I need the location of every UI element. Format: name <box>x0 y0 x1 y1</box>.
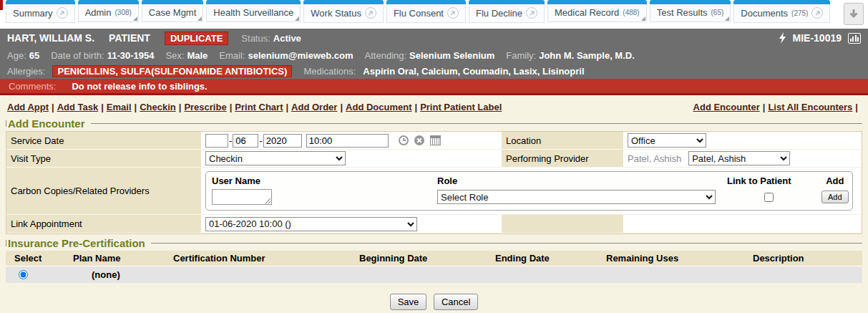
col-plan-name: Plan Name <box>69 251 169 266</box>
popup-arrow-icon[interactable] <box>365 7 376 19</box>
link-print-patient-label[interactable]: Print Patient Label <box>420 102 502 112</box>
col-ending-date: Ending Date <box>491 251 602 266</box>
add-encounter-legend: Add Encounter <box>6 117 862 130</box>
clear-circle-icon[interactable] <box>414 135 424 145</box>
link-add-document[interactable]: Add Document <box>346 102 411 112</box>
add-header: Add <box>816 173 854 188</box>
cancel-button[interactable]: Cancel <box>434 294 478 310</box>
patient-header-bar: HART, WILLIAM S. PATIENT DUPLICATE Statu… <box>0 29 868 47</box>
link-print-chart[interactable]: Print Chart <box>235 102 283 112</box>
tab-health-surveillance[interactable]: Health Surveillance <box>206 0 301 22</box>
link-add-encounter[interactable]: Add Encounter <box>693 102 760 112</box>
dropdown-fold-icon <box>133 16 137 21</box>
quick-links-row: Add Appt|Add Task|Email|Checkin|Prescrib… <box>6 99 862 117</box>
performing-provider-readonly: Patel, Ashish <box>628 153 681 164</box>
status-value: Active <box>273 33 301 44</box>
empty-value-cell <box>623 215 862 233</box>
carbon-copies-panel: User Name Role Link to Patient Add Selec… <box>205 171 853 211</box>
clock-icon[interactable] <box>399 135 409 145</box>
visit-type-select[interactable]: Checkin <box>205 151 346 165</box>
popup-arrow-icon[interactable] <box>526 7 537 19</box>
medications-value: Aspirin Oral, Calcium, Coumadin, Lasix, … <box>363 66 584 77</box>
tab-medical-record[interactable]: Medical Record (488) <box>547 0 647 22</box>
tab-bar: Summary Admin (308) Case Mgmt Health Sur… <box>0 0 868 29</box>
precert-select-radio[interactable] <box>19 270 28 279</box>
role-header: Role <box>431 173 721 188</box>
sex-value: Male <box>187 50 208 61</box>
link-to-patient-checkbox[interactable] <box>764 193 774 202</box>
demographics-bar: Age:65 Date of birth:11-30-1954 Sex:Male… <box>0 47 868 63</box>
dropdown-fold-icon <box>641 16 645 21</box>
status-label: Status: <box>241 33 270 44</box>
user-name-input[interactable] <box>212 189 272 205</box>
service-date-day-input[interactable] <box>233 134 258 148</box>
dob-value: 11-30-1954 <box>107 50 155 61</box>
tab-admin[interactable]: Admin (308) <box>78 0 139 22</box>
popup-arrow-icon[interactable] <box>811 7 823 19</box>
popup-arrow-icon[interactable] <box>447 7 459 19</box>
link-appointment-label: Link Appointment <box>6 215 201 233</box>
visit-type-cell: Checkin <box>201 150 502 168</box>
link-add-order[interactable]: Add Order <box>291 102 337 112</box>
tab-case-mgmt[interactable]: Case Mgmt <box>142 0 203 22</box>
performing-provider-label: Performing Provider <box>502 150 623 168</box>
col-select: Select <box>6 251 69 266</box>
save-button[interactable]: Save <box>390 294 427 310</box>
comments-value: Do not release info to siblings. <box>72 81 207 92</box>
location-cell: Office <box>623 132 862 150</box>
service-date-month-input[interactable] <box>205 134 228 148</box>
link-to-patient-header: Link to Patient <box>721 173 816 188</box>
insurance-table: Select Plan Name Certification Number Be… <box>6 251 862 283</box>
location-select[interactable]: Office <box>628 133 706 148</box>
service-date-year-input[interactable] <box>263 134 302 148</box>
patient-type-label: PATIENT <box>109 32 150 44</box>
lightning-bolt-icon[interactable] <box>779 32 786 44</box>
tab-work-status[interactable]: Work Status <box>303 0 384 23</box>
dropdown-fold-icon <box>198 16 202 21</box>
duplicate-badge: DUPLICATE <box>165 32 228 45</box>
form-buttons: Save Cancel <box>6 294 862 310</box>
dropdown-fold-icon <box>295 16 299 21</box>
link-checkin[interactable]: Checkin <box>140 102 176 112</box>
plan-name-cell: (none) <box>69 266 169 283</box>
calendar-icon[interactable] <box>430 135 441 145</box>
popup-arrow-icon[interactable] <box>57 7 68 19</box>
chart-id[interactable]: MIE-10019 <box>793 32 842 44</box>
location-label: Location <box>502 132 623 150</box>
add-encounter-form: Service Date - - Location Office Visit T… <box>6 131 862 234</box>
table-row <box>6 266 69 283</box>
allergy-badge: PENICILLINS, SULFA(SULFONAMIDE ANTIBIOTI… <box>52 65 292 77</box>
col-description: Description <box>748 251 862 266</box>
main-content: Add Appt|Add Task|Email|Checkin|Prescrib… <box>0 95 868 310</box>
link-add-appt[interactable]: Add Appt <box>7 102 49 112</box>
allergies-bar: Allergies: PENICILLINS, SULFA(SULFONAMID… <box>0 63 868 79</box>
col-remaining-uses: Remaining Uses <box>602 251 748 266</box>
email-value: selenium@mieweb.com <box>248 50 353 61</box>
dropdown-fold-icon <box>725 16 729 21</box>
tab-summary[interactable]: Summary <box>6 0 75 23</box>
family-value: John M. Sample, M.D. <box>539 50 635 61</box>
age-value: 65 <box>29 50 39 61</box>
tab-flu-consent[interactable]: Flu Consent <box>386 0 466 23</box>
link-appointment-cell: 01-06-2020 10:00 () <box>201 215 502 233</box>
tab-flu-decline[interactable]: Flu Decline <box>469 0 545 23</box>
performing-provider-cell: Patel, Ashish Patel, Ashish <box>623 150 862 168</box>
service-date-cell: - - <box>201 132 502 150</box>
attending-value: Selenium Selenium <box>409 50 494 61</box>
col-certification-number: Certification Number <box>169 251 355 266</box>
service-time-input[interactable] <box>306 134 389 148</box>
role-select[interactable]: Select Role <box>437 190 716 204</box>
tab-documents[interactable]: Documents (275) <box>733 0 830 23</box>
link-prescribe[interactable]: Prescribe <box>184 102 226 112</box>
col-beginning-date: Beginning Date <box>355 251 491 266</box>
link-email[interactable]: Email <box>107 102 132 112</box>
link-appointment-select[interactable]: 01-06-2020 10:00 () <box>205 217 417 231</box>
download-button[interactable] <box>844 3 864 25</box>
add-button[interactable]: Add <box>821 191 849 203</box>
performing-provider-select[interactable]: Patel, Ashish <box>688 151 790 165</box>
link-list-all-encounters[interactable]: List All Encounters <box>768 102 852 112</box>
tab-test-results[interactable]: Test Results (65) <box>650 0 731 22</box>
chart-icon[interactable] <box>848 33 861 44</box>
link-add-task[interactable]: Add Task <box>57 102 99 112</box>
comments-bar: Comments: Do not release info to sibling… <box>0 79 868 95</box>
